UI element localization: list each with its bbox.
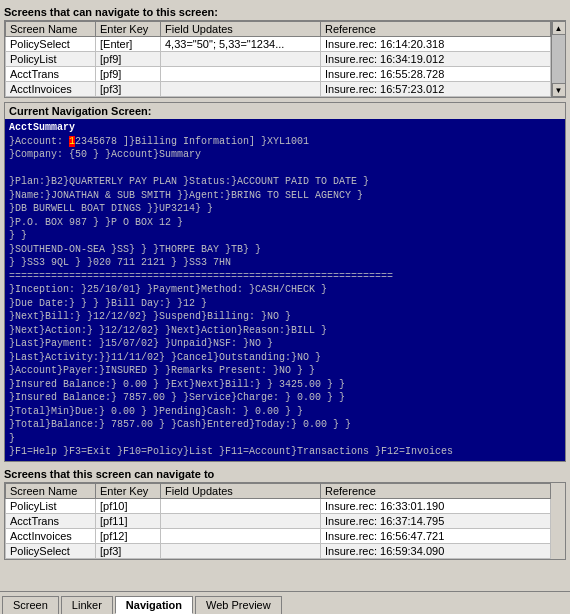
cell-updates [161, 82, 321, 97]
cell-reference: Insure.rec: 16:37:14.795 [321, 513, 551, 528]
col-field-updates-b: Field Updates [161, 483, 321, 498]
table-row[interactable]: PolicySelect [pf3] Insure.rec: 16:59:34.… [6, 543, 551, 558]
cell-updates: 4,33="50"; 5,33="1234... [161, 37, 321, 52]
tab-navigation[interactable]: Navigation [115, 596, 193, 614]
cell-enter: [Enter] [96, 37, 161, 52]
cell-reference: Insure.rec: 16:57:23.012 [321, 82, 551, 97]
nav-screen-section: Current Navigation Screen: AcctSummary}A… [4, 102, 566, 462]
cell-updates [161, 513, 321, 528]
tab-screen[interactable]: Screen [2, 596, 59, 614]
cell-screen: AcctTrans [6, 513, 96, 528]
cell-reference: Insure.rec: 16:55:28.728 [321, 67, 551, 82]
bottom-section-title: Screens that this screen can navigate to [4, 466, 566, 482]
tab-linker[interactable]: Linker [61, 596, 113, 614]
top-scrollbar[interactable]: ▲ ▼ [551, 21, 565, 97]
bottom-table-wrapper: Screen Name Enter Key Field Updates Refe… [4, 482, 566, 560]
cell-reference: Insure.rec: 16:56:47.721 [321, 528, 551, 543]
tab-bar: ScreenLinkerNavigationWeb Preview [0, 591, 570, 614]
terminal-display: AcctSummary}Account: 12345678 ]}Billing … [5, 119, 565, 461]
col-enter-key-b: Enter Key [96, 483, 161, 498]
cell-screen: AcctTrans [6, 67, 96, 82]
cell-enter: [pf9] [96, 67, 161, 82]
tab-web-preview[interactable]: Web Preview [195, 596, 282, 614]
cell-screen: PolicySelect [6, 37, 96, 52]
table-row[interactable]: PolicyList [pf10] Insure.rec: 16:33:01.1… [6, 498, 551, 513]
cell-enter: [pf3] [96, 543, 161, 558]
bottom-screens-table: Screen Name Enter Key Field Updates Refe… [5, 483, 551, 559]
top-screens-section: Screens that can navigate to this screen… [4, 4, 566, 98]
table-row[interactable]: AcctInvoices [pf3] Insure.rec: 16:57:23.… [6, 82, 551, 97]
cell-enter: [pf9] [96, 52, 161, 67]
scroll-up-btn[interactable]: ▲ [552, 21, 566, 35]
cell-updates [161, 528, 321, 543]
table-row[interactable]: AcctTrans [pf9] Insure.rec: 16:55:28.728 [6, 67, 551, 82]
nav-screen-title: Current Navigation Screen: [5, 103, 565, 119]
cell-screen: AcctInvoices [6, 528, 96, 543]
top-section-title: Screens that can navigate to this screen… [4, 4, 566, 20]
cell-updates [161, 52, 321, 67]
table-row[interactable]: AcctTrans [pf11] Insure.rec: 16:37:14.79… [6, 513, 551, 528]
cell-reference: Insure.rec: 16:14:20.318 [321, 37, 551, 52]
col-reference-b: Reference [321, 483, 551, 498]
cell-updates [161, 543, 321, 558]
cell-reference: Insure.rec: 16:34:19.012 [321, 52, 551, 67]
cell-screen: PolicyList [6, 52, 96, 67]
col-enter-key: Enter Key [96, 22, 161, 37]
col-screen-name-b: Screen Name [6, 483, 96, 498]
table-row[interactable]: AcctInvoices [pf12] Insure.rec: 16:56:47… [6, 528, 551, 543]
cell-enter: [pf10] [96, 498, 161, 513]
top-screens-table: Screen Name Enter Key Field Updates Refe… [5, 21, 551, 97]
cell-screen: PolicyList [6, 498, 96, 513]
scroll-track [552, 35, 565, 83]
cell-enter: [pf11] [96, 513, 161, 528]
col-field-updates: Field Updates [161, 22, 321, 37]
col-screen-name: Screen Name [6, 22, 96, 37]
col-reference: Reference [321, 22, 551, 37]
bottom-screens-section: Screens that this screen can navigate to… [4, 466, 566, 560]
cell-screen: AcctInvoices [6, 82, 96, 97]
cell-reference: Insure.rec: 16:33:01.190 [321, 498, 551, 513]
cell-enter: [pf3] [96, 82, 161, 97]
top-table-wrapper: Screen Name Enter Key Field Updates Refe… [4, 20, 566, 98]
table-row[interactable]: PolicyList [pf9] Insure.rec: 16:34:19.01… [6, 52, 551, 67]
main-container: Screens that can navigate to this screen… [0, 0, 570, 614]
cell-updates [161, 67, 321, 82]
cell-reference: Insure.rec: 16:59:34.090 [321, 543, 551, 558]
cell-screen: PolicySelect [6, 543, 96, 558]
scroll-down-btn[interactable]: ▼ [552, 83, 566, 97]
table-row[interactable]: PolicySelect [Enter] 4,33="50"; 5,33="12… [6, 37, 551, 52]
cell-enter: [pf12] [96, 528, 161, 543]
cell-updates [161, 498, 321, 513]
